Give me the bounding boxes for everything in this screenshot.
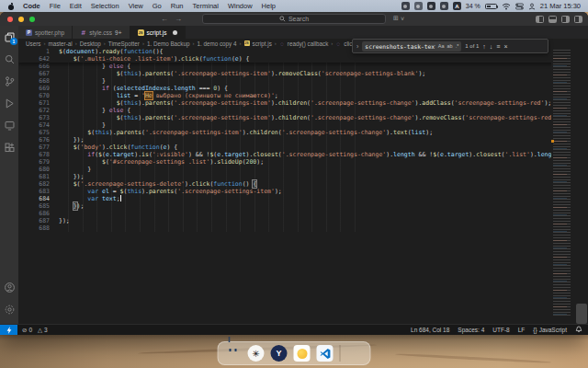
line-number: 642 [18,55,59,63]
breadcrumb-item[interactable]: Users [26,40,40,47]
dock-finder[interactable] [225,345,242,362]
indentation[interactable]: Spaces: 4 [458,327,484,333]
scrollbar-track[interactable] [574,48,588,324]
tab-style.css[interactable]: style.css9+ [73,26,130,39]
source-control-icon[interactable] [2,74,17,88]
previous-match-icon[interactable]: ↑ [482,43,486,50]
dock-trash[interactable] [347,345,364,362]
battery-percentage: 34 % [466,3,481,9]
run-debug-icon[interactable] [2,96,17,110]
notifications-bell-icon[interactable] [575,326,582,334]
menu-item-go[interactable]: Go [148,2,166,10]
dock-cyberduck[interactable] [294,345,311,362]
encoding[interactable]: UTF-8 [492,327,509,333]
breadcrumb-item[interactable]: TimeSpotter [108,40,140,47]
minimap[interactable] [551,48,574,324]
regex-icon[interactable]: .* [456,43,459,49]
line-number: 684 [18,195,59,202]
breadcrumb-item[interactable]: 1. Demo Backup [147,40,190,47]
menubar-app-icon[interactable] [401,2,410,10]
remote-explorer-icon[interactable] [2,118,17,132]
apple-menu-icon[interactable] [7,3,15,10]
next-match-icon[interactable]: ↓ [490,43,493,50]
accounts-icon[interactable] [2,280,17,294]
toggle-replace-icon[interactable]: › [356,43,358,50]
find-input[interactable]: screenshots-task-text Aa ab .* [362,41,461,52]
close-window-button[interactable] [7,17,13,22]
menu-item-window[interactable]: Window [223,2,257,10]
menu-item-help[interactable]: Help [257,2,280,10]
code-line-673: 673 $(this).parents('.screenpage-setting… [18,114,588,121]
explorer-badge: 1 [10,38,17,45]
tab-script.js[interactable]: script.js [130,26,186,39]
breadcrumb-item[interactable]: script.js [253,40,272,47]
sand-track [395,353,551,364]
input-source-icon[interactable]: A [453,2,461,10]
navigate-forward-icon[interactable]: → [175,15,182,23]
chatgpt-icon [248,345,265,362]
toggle-secondary-sidebar-icon[interactable] [561,16,570,23]
match-case-icon[interactable]: Aa [438,43,445,49]
menubar-app-icon[interactable] [427,2,435,10]
zoom-window-button[interactable] [29,17,35,22]
menu-item-view[interactable]: View [124,2,148,10]
cursor-position[interactable]: Ln 684, Col 18 [411,327,449,333]
remote-indicator[interactable] [0,325,17,335]
extensions-icon[interactable] [2,140,17,155]
line-number: 675 [18,129,59,136]
menu-app-name[interactable]: Code [18,2,45,10]
menubar-app-icon[interactable] [414,2,423,10]
tab-spotter.php[interactable]: spotter.php [18,26,73,39]
code-line-670: 670 list = 'Не выбрано (скриншоты не сни… [18,92,588,99]
menu-item-terminal[interactable]: Terminal [188,2,223,10]
control-center-icon[interactable] [515,3,524,10]
problems-warnings[interactable]: △3 [38,327,48,334]
breadcrumb-item[interactable]: master-al [48,40,72,47]
battery-icon[interactable] [485,4,497,9]
line-number: 667 [18,70,59,77]
minimize-window-button[interactable] [18,17,24,22]
settings-gear-icon[interactable] [2,302,17,316]
search-view-icon[interactable] [2,52,17,66]
breadcrumb-item[interactable]: 1. demo copy 4 [197,40,236,47]
layout-settings-icon[interactable]: ⊞˅ [393,15,404,22]
breadcrumb-item[interactable]: Desktop [80,40,101,47]
eol-sequence[interactable]: LF [518,327,526,333]
menu-item-edit[interactable]: Edit [65,2,86,10]
menu-item-selection[interactable]: Selection [86,2,124,10]
minimap-match-marker [551,140,554,143]
command-center-search[interactable]: Search [202,14,386,24]
tab-label: script.js [147,29,167,36]
dock-vscode[interactable] [317,345,334,362]
close-find-icon[interactable]: × [503,43,507,50]
wifi-icon[interactable] [502,3,511,10]
scrollbar-slider[interactable] [576,304,587,324]
whole-word-icon[interactable]: ab [447,43,453,49]
window-title-bar[interactable]: ← → Search ⊞˅ [0,12,588,26]
language-mode[interactable]: {}JavaScript [533,327,567,333]
toggle-panel-icon[interactable] [548,16,557,23]
toggle-sidebar-icon[interactable] [536,16,544,23]
explorer-icon[interactable]: 1 [2,29,17,44]
code-line-681: 681 }); [18,173,588,180]
user-icon[interactable] [528,3,536,10]
code-line-675: 675 $(this).parents('.screenpage-setting… [18,129,588,136]
navigate-back-icon[interactable]: ← [161,15,168,23]
code-line-677: 677 $('body').click(function(e) { [18,144,588,151]
problems-errors[interactable]: ⊘0 [22,327,32,334]
code-line-686: 686 [18,210,588,217]
menu-item-run[interactable]: Run [166,2,188,10]
code-line-667: 667 $(this).parents('.screenpage-setting… [18,70,588,77]
code-editor[interactable]: 1$(document).ready(function(){642 $('.mu… [18,48,588,324]
find-in-selection-icon[interactable]: ≡ [496,43,500,50]
menubar-app-icon[interactable] [440,2,448,10]
customize-layout-icon[interactable] [574,16,582,23]
menubar-clock[interactable]: 21 Mar 15:30 [540,2,582,10]
code-line-666: 666 } else { [18,63,588,70]
breadcrumb-separator: › [75,40,77,46]
dock-chatgpt[interactable] [248,345,265,362]
dock-browser[interactable] [271,345,288,362]
css-file-icon [80,29,86,36]
menu-item-file[interactable]: File [45,2,65,10]
breadcrumb-item[interactable]: ready() callback [288,40,328,47]
